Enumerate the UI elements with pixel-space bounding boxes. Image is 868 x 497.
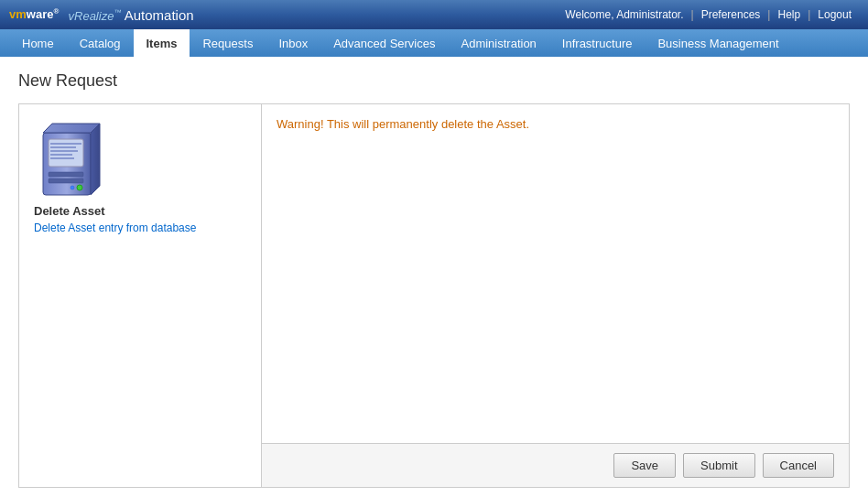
svg-rect-4 [50, 143, 81, 145]
submit-button[interactable]: Submit [683, 453, 754, 478]
vrealize-text: vRealize [69, 9, 114, 23]
help-link[interactable]: Help [770, 8, 808, 21]
top-bar-right: Welcome, Administrator. | Preferences | … [558, 8, 859, 21]
automation-text: Automation [125, 7, 194, 23]
cancel-button[interactable]: Cancel [763, 453, 834, 478]
logo-area: vmware® vRealize™ Automation [9, 7, 194, 23]
logout-link[interactable]: Logout [810, 8, 859, 21]
vm-text: vm [9, 8, 27, 22]
left-panel: Delete Asset Delete Asset entry from dat… [19, 104, 262, 487]
right-panel: Warning! This will permanently delete th… [262, 104, 849, 487]
item-name: Delete Asset [34, 204, 246, 218]
warning-text: Warning! This will permanently delete th… [277, 117, 529, 131]
button-bar: Save Submit Cancel [262, 443, 849, 487]
top-bar: vmware® vRealize™ Automation Welcome, Ad… [0, 0, 868, 29]
item-icon [34, 119, 107, 201]
page-title: New Request [18, 71, 850, 91]
warning-area: Warning! This will permanently delete th… [262, 104, 849, 443]
svg-rect-8 [50, 157, 74, 159]
svg-rect-5 [50, 146, 76, 148]
svg-rect-6 [50, 150, 78, 152]
main-content: New Request [0, 57, 868, 497]
nav-item-business-management[interactable]: Business Management [645, 29, 791, 57]
ware-text: ware [27, 8, 54, 22]
nav-item-inbox[interactable]: Inbox [266, 29, 320, 57]
nav-bar: Home Catalog Items Requests Inbox Advanc… [0, 29, 868, 57]
preferences-link[interactable]: Preferences [694, 8, 768, 21]
nav-item-home[interactable]: Home [9, 29, 67, 57]
app-title: vRealize™ Automation [64, 7, 193, 23]
svg-rect-9 [49, 172, 83, 177]
nav-item-administration[interactable]: Administration [448, 29, 548, 57]
vmware-logo: vmware® [9, 7, 59, 21]
nav-item-infrastructure[interactable]: Infrastructure [549, 29, 646, 57]
svg-point-11 [77, 185, 82, 190]
svg-rect-10 [49, 178, 83, 183]
welcome-text: Welcome, Administrator. [558, 8, 690, 21]
svg-point-12 [71, 186, 74, 189]
item-description: Delete Asset entry from database [34, 221, 246, 234]
request-container: Delete Asset Delete Asset entry from dat… [18, 103, 850, 488]
nav-item-items[interactable]: Items [134, 29, 190, 57]
save-button[interactable]: Save [613, 453, 676, 478]
nav-item-requests[interactable]: Requests [190, 29, 266, 57]
svg-marker-2 [91, 124, 100, 195]
nav-item-catalog[interactable]: Catalog [67, 29, 134, 57]
nav-item-advanced-services[interactable]: Advanced Services [320, 29, 448, 57]
svg-marker-1 [43, 124, 100, 133]
svg-rect-7 [50, 154, 72, 156]
